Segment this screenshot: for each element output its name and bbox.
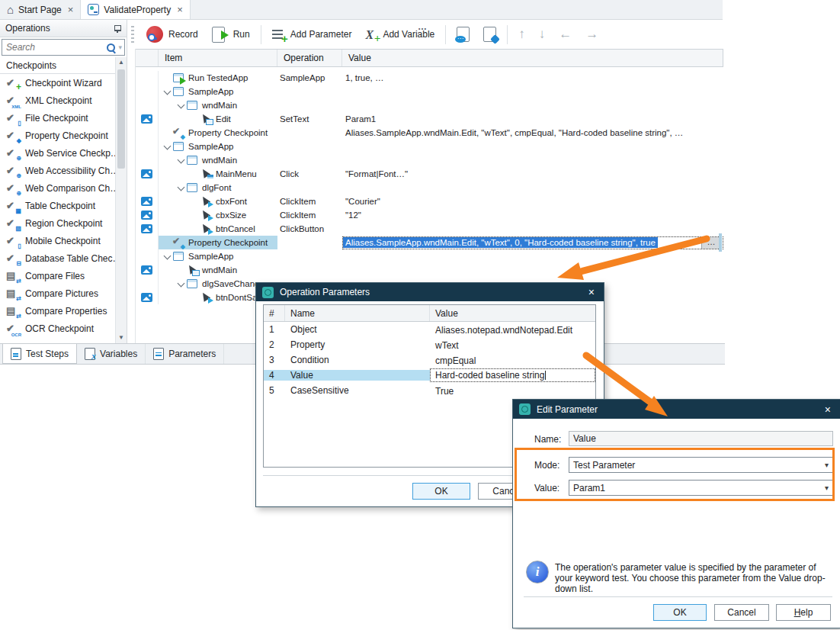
checkpoints-group-header[interactable]: Checkpoints <box>0 57 116 74</box>
screenshot-icon[interactable] <box>141 265 152 275</box>
expand-chevron-icon[interactable] <box>177 185 186 191</box>
tree-value-cell[interactable]: "Courier" <box>342 195 723 208</box>
tree-value-cell[interactable]: Param1 <box>342 113 723 126</box>
parameter-value[interactable]: Aliases.notepad.wndNotepad.Edit <box>430 324 595 336</box>
sidebar-item[interactable]: ▤ ⇄ Compare Properties <box>0 302 116 320</box>
cancel-button[interactable]: Cancel <box>714 604 769 621</box>
close-icon[interactable] <box>822 403 834 416</box>
mode-dropdown[interactable]: Test Parameter <box>569 457 833 473</box>
sidebar-item[interactable]: ✔ ⊟ Database Table Chec… <box>0 249 116 267</box>
sidebar-item[interactable]: ✔ XML XML Checkpoint <box>0 92 116 109</box>
help-button[interactable]: Help <box>776 604 831 621</box>
tree-value-cell[interactable]: Aliases.SampleApp.wndMain.Edit, "wText",… <box>342 236 723 249</box>
tree-row[interactable]: SampleApp <box>136 85 723 98</box>
tree-row[interactable]: SampleApp <box>136 140 723 153</box>
value-dropdown[interactable]: Param1 <box>569 480 833 496</box>
close-icon[interactable] <box>585 286 598 298</box>
tree-row[interactable]: wndMain <box>136 98 723 112</box>
operation-column-header[interactable]: Operation <box>277 50 342 66</box>
name-column-header[interactable]: Name <box>285 305 430 321</box>
tree-row[interactable]: btnCancel ClickButton <box>136 222 723 236</box>
bottom-tab[interactable]: Parameters <box>146 344 224 364</box>
tree-row[interactable]: Property Checkpoint Aliases.SampleApp.wn… <box>136 126 723 140</box>
screenshot-icon[interactable] <box>141 169 152 178</box>
close-tab-icon[interactable] <box>177 4 183 15</box>
move-left-button[interactable] <box>556 27 575 42</box>
screenshot-icon[interactable] <box>141 293 152 302</box>
expand-chevron-icon[interactable] <box>163 88 172 95</box>
run-button[interactable]: Run <box>209 24 253 45</box>
pin-icon[interactable] <box>113 24 121 33</box>
tree-value-cell[interactable] <box>342 223 723 236</box>
sidebar-item[interactable]: ✔ + Checkpoint Wizard <box>0 74 116 92</box>
expand-chevron-icon[interactable] <box>163 143 172 150</box>
tree-value-cell[interactable]: 1, true, … <box>342 72 723 85</box>
chevron-down-icon[interactable] <box>825 461 829 469</box>
tree-row[interactable]: cbxFont ClickItem "Courier" <box>136 194 723 208</box>
tab-validateproperty[interactable]: ValidateProperty <box>81 0 190 19</box>
tree-value-cell[interactable]: "Format|Font…" <box>342 168 723 181</box>
screenshot-icon[interactable] <box>141 197 152 206</box>
record-button[interactable]: Record <box>143 24 201 45</box>
tree-value-cell[interactable] <box>342 264 723 277</box>
item-column-header[interactable]: Item <box>159 50 277 66</box>
tree-value-cell[interactable]: Aliases.SampleApp.wndMain.Edit, "wText",… <box>342 127 723 140</box>
parameter-row[interactable]: 3 Condition cmpEqual <box>264 352 595 368</box>
tree-value-cell[interactable] <box>342 140 723 153</box>
tree-value-cell[interactable] <box>342 182 723 194</box>
move-down-button[interactable] <box>536 27 549 42</box>
sidebar-item[interactable]: ✔ OCR OCR Checkpoint <box>0 320 116 337</box>
tree-row[interactable]: wndMain <box>136 153 723 167</box>
num-column-header[interactable]: # <box>264 305 285 321</box>
tree-value-cell[interactable] <box>342 99 723 112</box>
sidebar-item[interactable]: ✔ ▯ Mobile Checkpoint <box>0 232 116 249</box>
screenshot-icon[interactable] <box>141 114 152 124</box>
sidebar-item[interactable]: ✔ ⊕ Web Comparison Ch… <box>0 179 116 197</box>
parameter-value[interactable]: True <box>430 385 595 397</box>
expand-chevron-icon[interactable] <box>177 281 186 288</box>
move-right-button[interactable] <box>582 27 601 42</box>
bottom-tab[interactable]: Variables <box>77 344 146 364</box>
search-input[interactable] <box>2 42 106 53</box>
sidebar-item[interactable]: ▤ ⇄ Compare Pictures <box>0 284 116 302</box>
labels-button[interactable] <box>480 24 499 44</box>
parameter-row[interactable]: 2 Property wText <box>264 337 595 352</box>
description-button[interactable] <box>454 24 473 44</box>
tree-row[interactable]: Edit SetText Param1 <box>136 112 723 126</box>
expand-chevron-icon[interactable] <box>177 102 186 109</box>
sidebar-item[interactable]: ✔ ◆ Property Checkpoint <box>0 127 116 144</box>
move-up-button[interactable] <box>515 27 528 42</box>
sidebar-scrollbar[interactable] <box>115 57 127 343</box>
tree-value-cell[interactable] <box>342 154 723 167</box>
sidebar-item[interactable]: ▤ ⇄ Compare Files <box>0 267 116 284</box>
scrollbar-thumb[interactable] <box>117 69 125 169</box>
sidebar-item[interactable]: ✔ ▯ File Checkpoint <box>0 109 116 127</box>
tree-row[interactable]: dlgFont <box>136 181 723 194</box>
search-icon[interactable] <box>106 43 116 53</box>
scroll-up-icon[interactable] <box>116 57 127 68</box>
toolbar-grip[interactable] <box>131 26 134 43</box>
tree-row[interactable]: Property Checkpoint Aliases.SampleApp.wn… <box>136 236 723 249</box>
parameter-value[interactable]: wText <box>430 339 595 351</box>
value-column-header[interactable]: Value <box>430 305 595 321</box>
toolbar-overflow-button[interactable]: … <box>418 21 428 32</box>
tree-row[interactable]: SampleApp <box>136 249 723 263</box>
name-field[interactable] <box>569 431 833 446</box>
tree-row[interactable]: Run TestedApp SampleApp 1, true, … <box>136 71 723 85</box>
expand-chevron-icon[interactable] <box>177 157 186 164</box>
tree-row[interactable]: wndMain <box>136 263 723 277</box>
tree-scrollbar-thumb[interactable] <box>719 233 722 252</box>
parameter-row[interactable]: 4 Value Hard-coded baseline string <box>264 368 595 383</box>
dialog-titlebar[interactable]: Operation Parameters <box>256 283 604 301</box>
tree-row[interactable]: cbxSize ClickItem "12" <box>136 208 723 222</box>
tab-start-page[interactable]: Start Page <box>0 0 81 19</box>
ok-button[interactable]: OK <box>653 604 707 621</box>
parameter-value[interactable]: Hard-coded baseline string <box>430 368 595 382</box>
sidebar-item[interactable]: ✔ ▨ Region Checkpoint <box>0 214 116 232</box>
add-parameter-button[interactable]: Add Parameter <box>269 26 355 43</box>
sidebar-item[interactable]: ✔ ⊕ Web Service Checkp… <box>0 144 116 162</box>
tree-value-cell[interactable] <box>342 85 723 98</box>
screenshot-icon[interactable] <box>141 224 152 233</box>
close-tab-icon[interactable] <box>68 4 74 15</box>
sidebar-item[interactable]: ✔ ▦ Table Checkpoint <box>0 197 116 214</box>
